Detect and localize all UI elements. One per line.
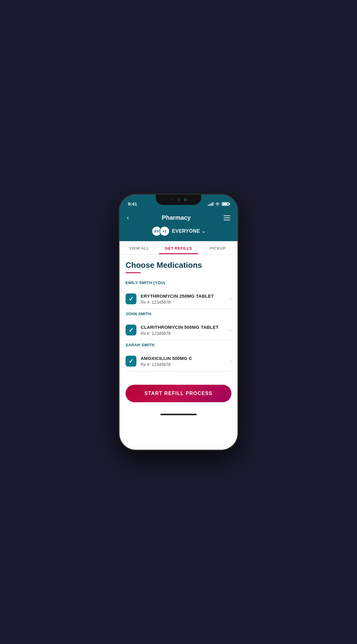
med-rx-amoxicillin: Rx #: 12345678 [141, 362, 227, 367]
avatar-group: ES +2 [152, 226, 170, 236]
notch [156, 195, 201, 205]
notch-speaker [170, 198, 173, 201]
med-rx-erythromycin: Rx #: 12345678 [141, 300, 227, 305]
chevron-right-icon: › [230, 296, 231, 302]
back-button[interactable]: ‹ [126, 213, 130, 223]
notch-sensor [184, 199, 187, 201]
signal-icon [208, 202, 213, 206]
phone-screen: 9:41 ‹ Pharmacy [120, 195, 237, 450]
app-header: ‹ Pharmacy ES +2 [120, 210, 237, 241]
med-item-amoxicillin[interactable]: ✓ AMOXICILLIN 500MG C Rx #: 12345678 › [126, 351, 231, 371]
home-bar [160, 414, 197, 415]
chevron-right-icon: › [230, 358, 231, 364]
checkmark-icon: ✓ [129, 295, 134, 303]
med-checkbox-amoxicillin[interactable]: ✓ [126, 356, 136, 367]
person-section-sarah: SARAH SMITH ✓ AMOXICILLIN 500MG C Rx #: … [126, 343, 231, 371]
home-indicator-bar [120, 411, 237, 418]
med-checkbox-clarithromycin[interactable]: ✓ [126, 325, 136, 335]
status-time: 9:41 [128, 201, 137, 206]
page-title: Choose Medications [126, 261, 231, 270]
med-info-amoxicillin: AMOXICILLIN 500MG C Rx #: 12345678 [141, 356, 227, 367]
person-section-emily: EMILY SMITH (YOU) ✓ ERYTHROMYCIN 250MG T… [126, 280, 231, 309]
med-item-erythromycin[interactable]: ✓ ERYTHROMYCIN 250MG TABLET Rx #: 123456… [126, 289, 231, 309]
screen-body: ‹ Pharmacy ES +2 [120, 210, 237, 450]
menu-button[interactable] [222, 214, 231, 222]
tab-bar: VIEW ALL GET REFILLS PICKUP [120, 241, 237, 254]
battery-icon [222, 202, 229, 206]
phone-device: 9:41 ‹ Pharmacy [120, 195, 237, 450]
content-area: Choose Medications EMILY SMITH (YOU) ✓ E… [120, 254, 237, 380]
person-label-john: JOHN SMITH [126, 312, 231, 316]
chevron-right-icon: › [230, 327, 231, 333]
avatar-count: +2 [159, 226, 170, 236]
med-rx-clarithromycin: Rx #: 12345678 [141, 331, 227, 336]
header-nav: ‹ Pharmacy [126, 213, 231, 223]
notch-camera [177, 198, 181, 202]
med-info-clarithromycin: CLARITHROMYCIN 500MG TABLET Rx #: 123456… [141, 325, 227, 336]
everyone-selector[interactable]: EVERYONE ⌄ [172, 228, 206, 234]
title-underline [126, 272, 141, 273]
header-title: Pharmacy [162, 214, 191, 221]
med-name-erythromycin: ERYTHROMYCIN 250MG TABLET [141, 293, 227, 299]
person-section-john: JOHN SMITH ✓ CLARITHROMYCIN 500MG TABLET… [126, 312, 231, 340]
checkmark-icon: ✓ [129, 358, 134, 365]
tab-view-all[interactable]: VIEW ALL [120, 241, 159, 254]
med-name-amoxicillin: AMOXICILLIN 500MG C [141, 356, 227, 361]
med-item-clarithromycin[interactable]: ✓ CLARITHROMYCIN 500MG TABLET Rx #: 1234… [126, 320, 231, 340]
person-label-emily: EMILY SMITH (YOU) [126, 280, 231, 285]
status-icons [208, 202, 229, 206]
tab-get-refills[interactable]: GET REFILLS [159, 241, 198, 254]
scroll-area: Choose Medications EMILY SMITH (YOU) ✓ E… [120, 254, 237, 450]
everyone-label: EVERYONE [172, 228, 200, 234]
wifi-icon [215, 202, 220, 206]
checkmark-icon: ✓ [129, 326, 134, 334]
chevron-down-icon: ⌄ [202, 229, 206, 234]
start-refill-button[interactable]: START REFILL PROCESS [126, 385, 231, 402]
header-subtitle: ES +2 EVERYONE ⌄ [126, 226, 231, 236]
med-name-clarithromycin: CLARITHROMYCIN 500MG TABLET [141, 325, 227, 330]
tab-pickup[interactable]: PICKUP [198, 241, 237, 254]
person-label-sarah: SARAH SMITH [126, 343, 231, 347]
med-info-erythromycin: ERYTHROMYCIN 250MG TABLET Rx #: 12345678 [141, 293, 227, 305]
med-checkbox-erythromycin[interactable]: ✓ [126, 293, 136, 304]
bottom-area: START REFILL PROCESS [120, 380, 237, 411]
